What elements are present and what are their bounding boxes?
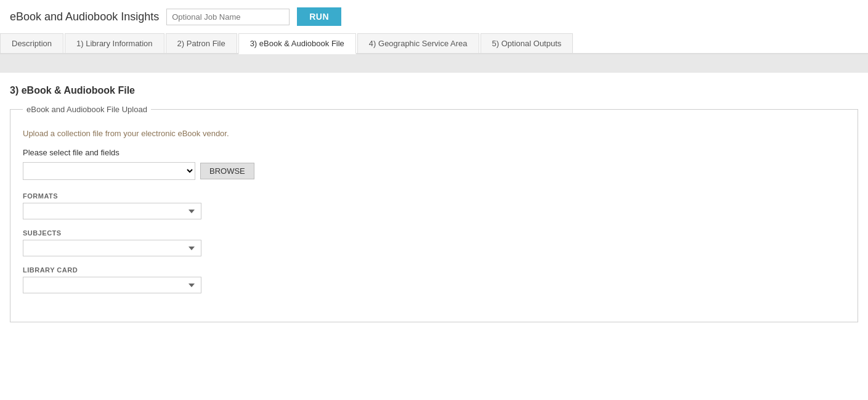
file-dropdown[interactable]	[23, 162, 195, 180]
formats-select[interactable]	[23, 203, 201, 219]
tab-optional-outputs[interactable]: 5) Optional Outputs	[481, 33, 574, 53]
library-card-select[interactable]	[23, 277, 201, 293]
formats-group: FORMATS	[23, 192, 845, 219]
file-select-label: Please select file and fields	[23, 148, 845, 157]
subjects-group: SUBJECTS	[23, 229, 845, 256]
upload-description: Upload a collection file from your elect…	[23, 129, 845, 138]
tab-description[interactable]: Description	[0, 33, 63, 53]
upload-fieldset: eBook and Audiobook File Upload Upload a…	[10, 105, 858, 322]
section-title: 3) eBook & Audiobook File	[10, 85, 858, 96]
tab-patron-file[interactable]: 2) Patron File	[166, 33, 237, 53]
library-card-group: LIBRARY CARD	[23, 266, 845, 293]
gray-bar	[0, 54, 868, 73]
subjects-label: SUBJECTS	[23, 229, 845, 237]
tabs-container: Description 1) Library Information 2) Pa…	[0, 33, 868, 54]
header: eBook and Audiobook Insights RUN	[0, 0, 868, 33]
subjects-select[interactable]	[23, 240, 201, 256]
run-button[interactable]: RUN	[297, 7, 341, 26]
browse-button[interactable]: BROWSE	[200, 163, 254, 179]
tab-ebook-file[interactable]: 3) eBook & Audiobook File	[238, 33, 356, 54]
tab-library-info[interactable]: 1) Library Information	[65, 33, 164, 53]
file-select-row: BROWSE	[23, 162, 845, 180]
app-title: eBook and Audiobook Insights	[10, 10, 159, 23]
main-content: 3) eBook & Audiobook File eBook and Audi…	[0, 73, 868, 347]
fieldset-legend: eBook and Audiobook File Upload	[23, 105, 151, 114]
job-name-input[interactable]	[166, 9, 290, 25]
formats-label: FORMATS	[23, 192, 845, 200]
library-card-label: LIBRARY CARD	[23, 266, 845, 274]
tab-geographic[interactable]: 4) Geographic Service Area	[357, 33, 479, 53]
